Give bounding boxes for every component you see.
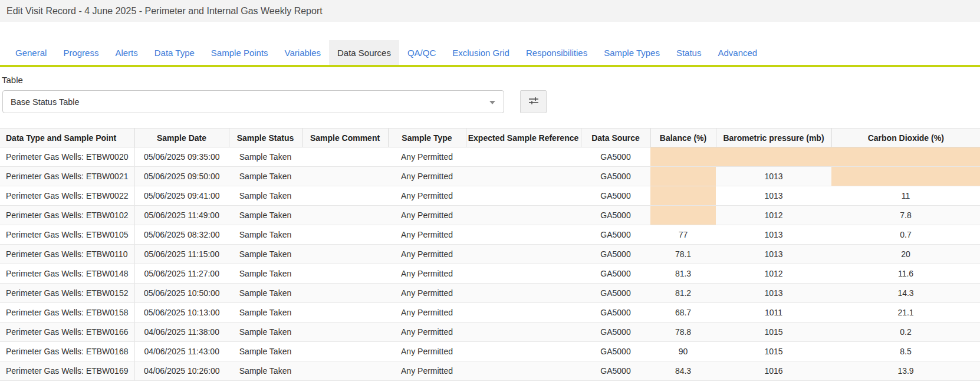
tab-sample-points[interactable]: Sample Points [203,40,277,65]
cell-status: Sample Taken [229,225,302,245]
table-row[interactable]: Perimeter Gas Wells: ETBW011005/06/2025 … [0,245,980,264]
table-select-label: Table [2,75,980,85]
table-row[interactable]: Perimeter Gas Wells: ETBW002205/06/2025 … [0,186,980,206]
column-header-balance[interactable]: Balance (%) [650,129,716,147]
cell-comment [302,186,388,206]
cell-comment [302,284,388,303]
cell-date: 05/06/2025 10:13:00 [134,303,229,323]
cell-balance: 90 [650,342,716,361]
tab-variables[interactable]: Variables [277,40,329,65]
cell-type: Any Permitted [388,284,466,303]
table-row[interactable]: Perimeter Gas Wells: ETBW010505/06/2025 … [0,225,980,245]
tab-responsibilities[interactable]: Responsibilities [518,40,596,65]
cell-comment [302,147,388,167]
cell-comment [302,245,388,264]
accent-divider [0,65,980,67]
cell-point: Perimeter Gas Wells: ETBW0020 [0,147,134,167]
cell-type: Any Permitted [388,245,466,264]
sliders-icon [528,95,540,108]
cell-date: 05/06/2025 10:50:00 [134,284,229,303]
cell-date: 05/06/2025 11:27:00 [134,264,229,284]
cell-pressure: 1015 [716,342,831,361]
column-header-comment[interactable]: Sample Comment [302,129,388,147]
table-row[interactable]: Perimeter Gas Wells: ETBW015805/06/2025 … [0,303,980,323]
tab-advanced[interactable]: Advanced [709,40,765,65]
status-table: Data Type and Sample PointSample DateSam… [0,128,980,381]
cell-date: 05/06/2025 08:32:00 [134,225,229,245]
cell-status: Sample Taken [229,186,302,206]
table-row[interactable]: Perimeter Gas Wells: ETBW016904/06/2025 … [0,361,980,381]
cell-co2: 0.7 [831,225,980,245]
cell-balance: 81.3 [650,264,716,284]
cell-status: Sample Taken [229,303,302,323]
cell-date: 05/06/2025 09:35:00 [134,147,229,167]
tab-general[interactable]: General [7,40,55,65]
cell-pressure: 1015 [716,323,831,342]
cell-type: Any Permitted [388,264,466,284]
cell-co2 [831,147,980,167]
cell-type: Any Permitted [388,225,466,245]
tab-sample-types[interactable]: Sample Types [596,40,668,65]
column-settings-button[interactable] [520,90,547,113]
cell-co2: 0.2 [831,323,980,342]
cell-status: Sample Taken [229,264,302,284]
cell-expected_ref [466,206,581,225]
cell-expected_ref [466,147,581,167]
table-select[interactable]: Base Status Table [2,90,504,113]
tab-status[interactable]: Status [668,40,710,65]
column-header-pressure[interactable]: Barometric pressure (mb) [716,129,831,147]
table-header: Data Type and Sample PointSample DateSam… [0,129,980,147]
cell-status: Sample Taken [229,342,302,361]
table-row[interactable]: Perimeter Gas Wells: ETBW016604/06/2025 … [0,323,980,342]
table-row[interactable]: Perimeter Gas Wells: ETBW002105/06/2025 … [0,167,980,186]
column-header-expected_ref[interactable]: Expected Sample Reference [466,129,581,147]
tab-exclusion-grid[interactable]: Exclusion Grid [444,40,518,65]
cell-balance: 78.1 [650,245,716,264]
cell-point: Perimeter Gas Wells: ETBW0102 [0,206,134,225]
cell-co2: 7.8 [831,206,980,225]
cell-expected_ref [466,303,581,323]
cell-comment [302,342,388,361]
cell-pressure: 1013 [716,284,831,303]
column-header-point[interactable]: Data Type and Sample Point [0,129,134,147]
tab-qa-qc[interactable]: QA/QC [399,40,444,65]
tab-data-type[interactable]: Data Type [146,40,203,65]
cell-source: GA5000 [581,264,650,284]
cell-source: GA5000 [581,361,650,381]
cell-pressure: 1016 [716,361,831,381]
tab-alerts[interactable]: Alerts [107,40,146,65]
cell-balance: 81.2 [650,284,716,303]
column-header-type[interactable]: Sample Type [388,129,466,147]
cell-date: 05/06/2025 11:49:00 [134,206,229,225]
cell-status: Sample Taken [229,323,302,342]
cell-status: Sample Taken [229,206,302,225]
table-row[interactable]: Perimeter Gas Wells: ETBW002005/06/2025 … [0,147,980,167]
table-row[interactable]: Perimeter Gas Wells: ETBW015205/06/2025 … [0,284,980,303]
column-header-source[interactable]: Data Source [581,129,650,147]
cell-co2: 14.3 [831,284,980,303]
cell-source: GA5000 [581,303,650,323]
cell-expected_ref [466,264,581,284]
table-row[interactable]: Perimeter Gas Wells: ETBW016804/06/2025 … [0,342,980,361]
cell-expected_ref [466,245,581,264]
cell-pressure: 1013 [716,245,831,264]
tab-data-sources[interactable]: Data Sources [329,40,399,65]
cell-type: Any Permitted [388,167,466,186]
column-header-co2[interactable]: Carbon Dioxide (%) [831,129,980,147]
cell-comment [302,361,388,381]
cell-source: GA5000 [581,206,650,225]
cell-co2: 11.6 [831,264,980,284]
tab-progress[interactable]: Progress [55,40,107,65]
cell-date: 05/06/2025 11:15:00 [134,245,229,264]
column-header-date[interactable]: Sample Date [134,129,229,147]
table-row[interactable]: Perimeter Gas Wells: ETBW014805/06/2025 … [0,264,980,284]
cell-source: GA5000 [581,245,650,264]
cell-date: 05/06/2025 09:50:00 [134,167,229,186]
cell-type: Any Permitted [388,342,466,361]
page-title: Edit Visit Record - 4 June 2025 - Perime… [6,6,323,17]
column-header-status[interactable]: Sample Status [229,129,302,147]
table-row[interactable]: Perimeter Gas Wells: ETBW010205/06/2025 … [0,206,980,225]
cell-date: 04/06/2025 10:26:00 [134,361,229,381]
cell-point: Perimeter Gas Wells: ETBW0158 [0,303,134,323]
cell-expected_ref [466,284,581,303]
